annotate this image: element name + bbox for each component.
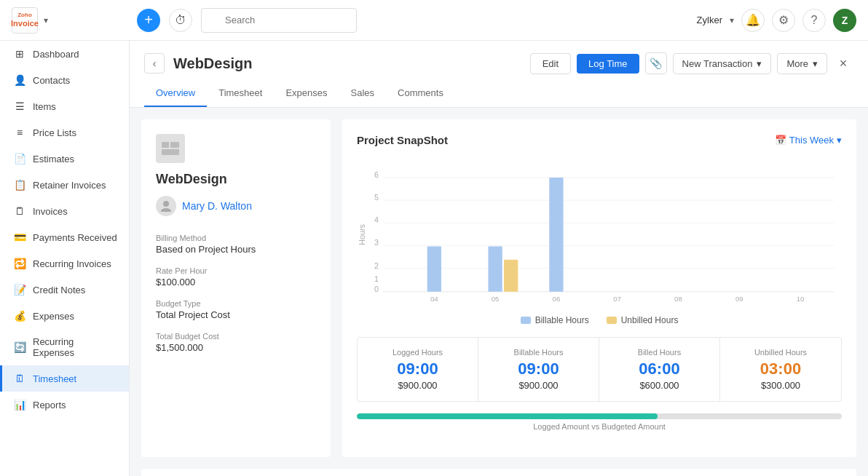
logged-hours-value: 09:00 [369,360,466,378]
svg-text:Mar: Mar [672,302,684,304]
gear-icon: ⚙ [778,13,789,27]
svg-rect-19 [427,246,441,291]
billed-amount-value: $600.000 [611,380,708,391]
svg-text:Mar: Mar [794,302,807,304]
billed-hours-value: 06:00 [611,360,708,378]
user-name: Zylker [697,15,722,25]
payments-icon: 💳 [14,231,25,243]
user-chevron-icon[interactable]: ▾ [730,15,734,25]
total-budget-cost-block: Total Budget Cost $1,500.000 [156,332,316,353]
search-input[interactable] [201,8,357,33]
log-time-button[interactable]: Log Time [577,54,639,74]
avatar[interactable]: Z [833,9,856,32]
page-title: WebDesign [173,55,253,72]
help-button[interactable]: ? [802,9,826,32]
client-name-link[interactable]: Mary D. Walton [156,196,316,216]
logged-amount-value: $900.000 [369,380,466,391]
tab-expenses[interactable]: Expenses [274,80,339,107]
unbilled-amount-value: $300.000 [732,380,829,391]
svg-text:05: 05 [492,295,500,303]
app-body: ⊞ Dashboard 👤 Contacts ☰ Items ≡ Price L… [0,41,868,476]
snapshot-title: Project SnapShot [357,134,448,146]
price-lists-icon: ≡ [14,127,25,138]
sidebar-item-price-lists[interactable]: ≡ Price Lists [0,119,129,146]
new-transaction-button[interactable]: New Transaction ▾ [673,53,772,74]
billing-method-block: Billing Method Based on Project Hours [156,234,316,255]
svg-text:0: 0 [374,285,379,293]
expenses-icon: 💰 [14,310,25,322]
main-content: ‹ WebDesign Edit Log Time 📎 New Transact… [130,41,868,476]
estimates-icon: 📄 [14,153,25,164]
svg-text:Hours: Hours [358,224,366,245]
svg-text:Mar: Mar [611,302,623,304]
legend-unbilled-label: Unbilled Hours [621,315,679,325]
sidebar-item-label: Invoices [33,206,68,217]
reports-icon: 📊 [14,399,25,410]
sidebar-item-label: Recurring Invoices [33,258,111,269]
svg-rect-22 [549,178,563,292]
sidebar-item-items[interactable]: ☰ Items [0,93,129,119]
project-title-bar: ‹ WebDesign Edit Log Time 📎 New Transact… [144,41,853,80]
unbilled-color-swatch [607,317,617,324]
app-logo: ZohoInvoice [12,7,38,33]
svg-text:07: 07 [613,295,621,303]
progress-label: Logged Amount vs Budgeted Amount [357,422,842,431]
tab-sales[interactable]: Sales [339,80,387,107]
sidebar-item-credit-notes[interactable]: 📝 Credit Notes [0,277,129,303]
sidebar-item-reports[interactable]: 📊 Reports [0,392,129,418]
sidebar-item-payments-received[interactable]: 💳 Payments Received [0,224,129,250]
history-button[interactable]: ⏱ [169,9,192,32]
sidebar-item-invoices[interactable]: 🗒 Invoices [0,198,129,224]
chart-legend: Billable Hours Unbilled Hours [357,315,842,325]
back-button[interactable]: ‹ [144,53,165,74]
sidebar-item-contacts[interactable]: 👤 Contacts [0,67,129,93]
close-button[interactable]: × [833,53,853,74]
sidebar-item-dashboard[interactable]: ⊞ Dashboard [0,41,129,67]
tab-overview[interactable]: Overview [144,80,207,107]
bell-icon: 🔔 [746,13,760,27]
progress-bar-inner [357,413,658,419]
week-selector[interactable]: 📅 This Week ▾ [775,135,842,146]
notifications-button[interactable]: 🔔 [741,9,765,32]
add-action-button[interactable]: + [137,9,160,32]
tab-comments[interactable]: Comments [386,80,455,107]
sidebar-item-retainer-invoices[interactable]: 📋 Retainer Invoices [0,172,129,198]
sidebar-item-label: Reports [33,400,66,410]
svg-text:1: 1 [374,274,379,283]
total-budget-cost-value: $1,500.000 [156,342,316,353]
stats-row: Logged Hours 09:00 $900.000 Billable Hou… [357,337,842,402]
sidebar-item-estimates[interactable]: 📄 Estimates [0,146,129,172]
sidebar-item-label: Price Lists [33,127,76,138]
recurring-expenses-icon: 🔄 [14,341,25,353]
more-label: More [786,58,808,69]
rate-per-hour-value: $100.000 [156,277,316,287]
svg-rect-0 [162,142,169,148]
client-name-text: Mary D. Walton [182,200,252,212]
logo-chevron-icon[interactable]: ▾ [44,15,48,25]
svg-text:4: 4 [374,215,379,224]
edit-button[interactable]: Edit [530,53,571,74]
sidebar-item-timesheet[interactable]: 🗓 Timesheet [0,365,129,392]
settings-button[interactable]: ⚙ [772,9,795,32]
svg-text:Mar: Mar [428,302,441,304]
nav-right: Zylker ▾ 🔔 ⚙ ? Z [697,9,856,32]
new-transaction-label: New Transaction [682,58,753,69]
sidebar-item-label: Estimates [33,154,74,164]
more-button[interactable]: More ▾ [777,53,827,74]
search-wrapper: 🔍 [201,8,492,33]
sidebar-item-expenses[interactable]: 💰 Expenses [0,303,129,329]
stat-unbilled-hours: Unbilled Hours 03:00 $300.000 [720,338,841,401]
legend-unbilled: Unbilled Hours [607,315,679,325]
tab-timesheet[interactable]: Timesheet [207,80,274,107]
svg-text:10: 10 [797,295,805,303]
sidebar-item-label: Payments Received [33,232,117,243]
history-icon: ⏱ [175,14,186,27]
svg-text:04: 04 [430,295,438,303]
sidebar-item-recurring-expenses[interactable]: 🔄 Recurring Expenses [0,329,129,365]
svg-point-3 [163,201,169,207]
stat-logged-hours: Logged Hours 09:00 $900.000 [358,338,478,401]
overview-content: WebDesign Mary D. Walton Billing Method … [130,108,868,469]
billable-hours-label: Billable Hours [490,348,587,357]
sidebar-item-recurring-invoices[interactable]: 🔁 Recurring Invoices [0,250,129,277]
attach-button[interactable]: 📎 [645,52,667,74]
